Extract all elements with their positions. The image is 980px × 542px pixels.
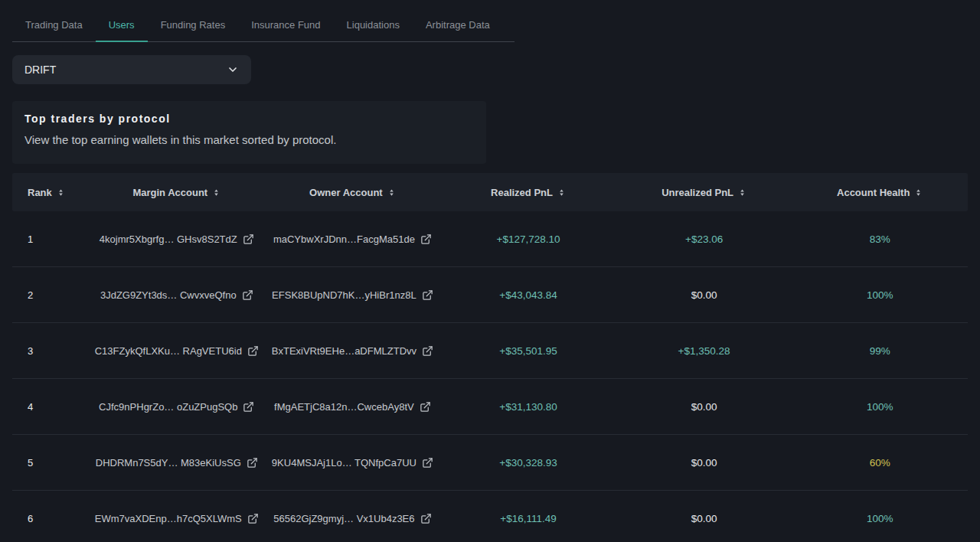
- tab-liquidations[interactable]: Liquidations: [334, 14, 413, 41]
- sort-icon: [557, 188, 566, 197]
- sort-icon: [212, 188, 220, 197]
- table-row: 1 4kojmr5Xbgrfg… GHsv8S2TdZ maCYbwXrJDnn…: [12, 211, 968, 267]
- header-rank[interactable]: Rank: [12, 187, 89, 198]
- sort-icon: [914, 188, 923, 197]
- header-unrealized-pnl[interactable]: Unrealized PnL: [616, 187, 792, 198]
- unrealized-pnl-cell: $0.00: [616, 457, 792, 469]
- header-owner-account[interactable]: Owner Account: [265, 187, 441, 198]
- table-row: 3 C13FZykQfLXKu… RAgVETU6id BxTExiVRt9EH…: [12, 323, 968, 379]
- account-health-cell: 100%: [792, 289, 968, 301]
- tab-insurance-fund[interactable]: Insurance Fund: [238, 14, 333, 41]
- table-row: 4 CJfc9nPHgrZo… oZuZPugSQb fMgAETjC8a12n…: [12, 379, 968, 435]
- sort-icon: [387, 188, 396, 197]
- owner-account-cell: EFSK8BUpND7hK…yHiBr1nz8L: [265, 289, 441, 301]
- rank-cell: 2: [12, 289, 89, 301]
- external-link-icon[interactable]: [247, 457, 258, 469]
- table-header-row: Rank Margin Account Owner Account Realiz…: [12, 173, 968, 211]
- margin-account-address: 3JdZG9ZYt3ds… CwvxveQfno: [100, 289, 237, 301]
- header-owner-account-label: Owner Account: [309, 187, 383, 198]
- rank-cell: 3: [12, 345, 89, 357]
- margin-account-cell: 3JdZG9ZYt3ds… CwvxveQfno: [89, 289, 265, 301]
- tab-funding-rates[interactable]: Funding Rates: [148, 14, 239, 41]
- margin-account-cell: CJfc9nPHgrZo… oZuZPugSQb: [89, 401, 265, 413]
- realized-pnl-cell: +$35,501.95: [440, 345, 616, 357]
- owner-account-cell: fMgAETjC8a12n…CwcebAy8tV: [265, 401, 441, 413]
- realized-pnl-cell: +$16,111.49: [440, 513, 616, 524]
- realized-pnl-cell: +$31,130.80: [440, 401, 616, 413]
- sort-icon: [57, 188, 65, 197]
- account-health-cell: 60%: [792, 457, 968, 469]
- table-row: 5 DHDRMn7S5dY… M83eKiUsSG 9KU4MSJAj1Lo… …: [12, 435, 968, 491]
- owner-account-address: EFSK8BUpND7hK…yHiBr1nz8L: [272, 289, 416, 301]
- header-margin-account[interactable]: Margin Account: [89, 187, 265, 198]
- market-select[interactable]: DRIFT: [12, 55, 251, 84]
- header-realized-pnl[interactable]: Realized PnL: [440, 187, 616, 198]
- margin-account-cell: EWm7vaXDEnp…h7cQ5XLWmS: [89, 513, 265, 524]
- margin-account-cell: C13FZykQfLXKu… RAgVETU6id: [89, 345, 265, 357]
- tab-trading-data[interactable]: Trading Data: [12, 14, 96, 41]
- external-link-icon[interactable]: [420, 233, 432, 245]
- owner-account-address: BxTExiVRt9EHe…aDFMLZTDvv: [272, 345, 416, 357]
- owner-account-cell: BxTExiVRt9EHe…aDFMLZTDvv: [265, 345, 441, 357]
- external-link-icon[interactable]: [247, 513, 259, 524]
- owner-account-cell: maCYbwXrJDnn…FacgMa51de: [265, 233, 441, 245]
- unrealized-pnl-cell: $0.00: [616, 513, 792, 524]
- margin-account-cell: DHDRMn7S5dY… M83eKiUsSG: [89, 457, 265, 469]
- margin-account-address: CJfc9nPHgrZo… oZuZPugSQb: [99, 401, 237, 413]
- external-link-icon[interactable]: [422, 457, 433, 469]
- external-link-icon[interactable]: [243, 233, 254, 245]
- account-health-cell: 99%: [792, 345, 968, 357]
- account-health-cell: 100%: [792, 513, 968, 524]
- margin-account-address: 4kojmr5Xbgrfg… GHsv8S2TdZ: [100, 233, 237, 245]
- unrealized-pnl-cell: +$23.06: [616, 233, 792, 245]
- header-account-health-label: Account Health: [837, 187, 910, 198]
- external-link-icon[interactable]: [247, 345, 259, 357]
- external-link-icon[interactable]: [422, 289, 433, 301]
- unrealized-pnl-cell: $0.00: [616, 289, 792, 301]
- tab-users[interactable]: Users: [96, 14, 148, 42]
- table-row: 2 3JdZG9ZYt3ds… CwvxveQfno EFSK8BUpND7hK…: [12, 267, 968, 323]
- realized-pnl-cell: +$43,043.84: [440, 289, 616, 301]
- top-traders-card: Top traders by protocol View the top ear…: [12, 101, 486, 164]
- unrealized-pnl-cell: $0.00: [616, 401, 792, 413]
- card-description: View the top earning wallets in this mar…: [24, 133, 474, 146]
- header-realized-pnl-label: Realized PnL: [491, 187, 553, 198]
- external-link-icon[interactable]: [420, 401, 431, 413]
- external-link-icon[interactable]: [243, 401, 254, 413]
- account-health-cell: 100%: [792, 401, 968, 413]
- realized-pnl-cell: +$30,328.93: [440, 457, 616, 469]
- owner-account-address: fMgAETjC8a12n…CwcebAy8tV: [274, 401, 414, 413]
- chevron-down-icon: [227, 64, 239, 76]
- margin-account-address: EWm7vaXDEnp…h7cQ5XLWmS: [95, 513, 242, 524]
- owner-account-address: 56562GjZ9gmyj… Vx1Ub4z3E6: [273, 513, 414, 524]
- tab-bar: Trading Data Users Funding Rates Insuran…: [12, 14, 514, 42]
- external-link-icon[interactable]: [422, 345, 433, 357]
- unrealized-pnl-cell: +$1,350.28: [616, 345, 792, 357]
- owner-account-cell: 9KU4MSJAj1Lo… TQNfpCa7UU: [265, 457, 441, 469]
- header-rank-label: Rank: [28, 187, 52, 198]
- table-row: 6 EWm7vaXDEnp…h7cQ5XLWmS 56562GjZ9gmyj… …: [12, 491, 968, 542]
- rank-cell: 6: [12, 513, 89, 524]
- margin-account-address: C13FZykQfLXKu… RAgVETU6id: [95, 345, 242, 357]
- rank-cell: 1: [12, 233, 89, 245]
- header-account-health[interactable]: Account Health: [792, 187, 968, 198]
- rank-cell: 4: [12, 401, 89, 413]
- header-unrealized-pnl-label: Unrealized PnL: [662, 187, 733, 198]
- sort-icon: [738, 188, 746, 197]
- market-select-value: DRIFT: [24, 64, 56, 76]
- owner-account-address: maCYbwXrJDnn…FacgMa51de: [273, 233, 415, 245]
- owner-account-cell: 56562GjZ9gmyj… Vx1Ub4z3E6: [265, 513, 441, 524]
- external-link-icon[interactable]: [420, 513, 432, 524]
- header-margin-account-label: Margin Account: [132, 187, 207, 198]
- margin-account-cell: 4kojmr5Xbgrfg… GHsv8S2TdZ: [89, 233, 265, 245]
- account-health-cell: 83%: [792, 233, 968, 245]
- tab-arbitrage-data[interactable]: Arbitrage Data: [413, 14, 503, 41]
- realized-pnl-cell: +$127,728.10: [440, 233, 616, 245]
- owner-account-address: 9KU4MSJAj1Lo… TQNfpCa7UU: [272, 457, 416, 469]
- top-traders-table: Rank Margin Account Owner Account Realiz…: [12, 173, 968, 542]
- card-title: Top traders by protocol: [24, 113, 474, 125]
- external-link-icon[interactable]: [242, 289, 253, 301]
- margin-account-address: DHDRMn7S5dY… M83eKiUsSG: [96, 457, 241, 469]
- rank-cell: 5: [12, 457, 89, 469]
